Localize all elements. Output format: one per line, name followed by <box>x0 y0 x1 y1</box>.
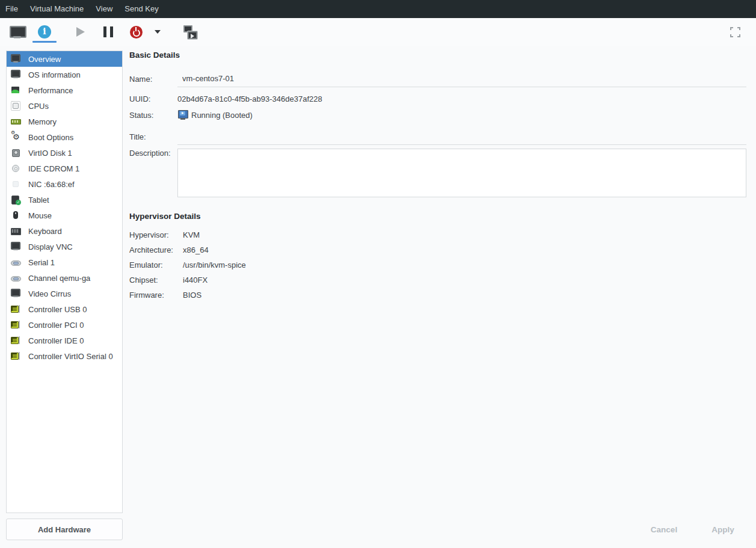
sidebar-item-label: Boot Options <box>28 133 73 142</box>
sidebar-item-nic[interactable]: NIC :6a:68:ef <box>7 176 122 192</box>
sidebar-item-serial-1[interactable]: Serial 1 <box>7 254 122 270</box>
sidebar-item-label: Keyboard <box>28 227 62 236</box>
sidebar-item-video-cirrus[interactable]: Video Cirrus <box>7 286 122 301</box>
uuid-value: 02b4d67a-81c0-4f5b-ab93-346de37af228 <box>177 94 322 103</box>
chipset-label: Chipset: <box>129 276 183 285</box>
monitor-icon <box>11 289 20 298</box>
sidebar-item-label: Display VNC <box>28 242 73 251</box>
memory-ram-icon <box>11 117 20 126</box>
details-info-icon <box>38 25 51 38</box>
sidebar-item-boot-options[interactable]: Boot Options <box>7 129 122 145</box>
menu-file[interactable]: File <box>0 0 24 18</box>
architecture-value: x86_64 <box>183 245 209 254</box>
sidebar-item-display-vnc[interactable]: Display VNC <box>7 239 122 254</box>
vm-title-input[interactable] <box>177 128 746 145</box>
sidebar-item-label: Controller VirtIO Serial 0 <box>28 352 113 361</box>
sidebar-item-label: Memory <box>28 117 57 126</box>
menu-view[interactable]: View <box>90 0 118 18</box>
sidebar-item-label: Video Cirrus <box>28 289 71 298</box>
sidebar-item-label: Serial 1 <box>28 258 55 267</box>
sidebar-item-label: OS information <box>28 70 81 79</box>
sidebar-item-label: Channel qemu-ga <box>28 274 90 283</box>
sidebar-item-cpus[interactable]: CPUs <box>7 98 122 114</box>
shutdown-menu-button[interactable] <box>150 20 165 44</box>
sidebar-item-label: IDE CDROM 1 <box>28 164 79 173</box>
toolbar <box>0 18 756 46</box>
sidebar-item-virtio-disk-1[interactable]: VirtIO Disk 1 <box>7 145 122 161</box>
sidebar-item-label: VirtIO Disk 1 <box>28 149 72 158</box>
emulator-value: /usr/bin/kvm-spice <box>183 260 246 269</box>
vm-name-input[interactable] <box>177 70 746 87</box>
network-icon <box>11 179 20 189</box>
fullscreen-icon <box>730 27 740 37</box>
cpu-chip-icon <box>11 101 20 111</box>
sidebar-item-label: Tablet <box>28 195 49 205</box>
hypervisor-details-title: Hypervisor Details <box>129 212 746 221</box>
architecture-row: Architecture: x86_64 <box>129 242 746 257</box>
sidebar-item-controller-virtio-serial-0[interactable]: Controller VirtIO Serial 0 <box>7 348 122 364</box>
snapshots-icon <box>182 25 198 39</box>
console-monitor-icon <box>9 25 25 39</box>
details-pane: Basic Details Name: UUID: 02b4d67a-81c0-… <box>129 51 746 303</box>
monitor-icon <box>11 70 20 79</box>
sidebar-item-label: Overview <box>28 55 61 64</box>
monitor-icon <box>11 54 20 64</box>
basic-details-title: Basic Details <box>129 51 746 60</box>
sidebar-item-controller-pci-0[interactable]: Controller PCI 0 <box>7 317 122 333</box>
footer-actions: Cancel Apply <box>640 519 747 540</box>
fullscreen-button[interactable] <box>721 20 749 44</box>
sidebar-item-tablet[interactable]: Tablet <box>7 192 122 208</box>
status-value: Running (Booted) <box>191 111 253 120</box>
pause-icon <box>103 26 113 37</box>
sidebar-item-performance[interactable]: Performance <box>7 82 122 98</box>
performance-chart-icon <box>11 85 20 95</box>
hardware-list: Overview OS information Performance CPUs… <box>6 51 123 513</box>
name-label: Name: <box>129 75 177 84</box>
vm-running-icon <box>177 110 189 120</box>
menubar: File Virtual Machine View Send Key <box>0 0 756 18</box>
emulator-row: Emulator: /usr/bin/kvm-spice <box>129 257 746 272</box>
shutdown-button[interactable] <box>122 20 150 44</box>
menu-virtual-machine[interactable]: Virtual Machine <box>24 0 90 18</box>
hard-disk-icon <box>11 148 20 158</box>
apply-button[interactable]: Apply <box>699 519 747 540</box>
serial-port-icon <box>11 273 20 283</box>
sidebar-item-mouse[interactable]: Mouse <box>7 208 122 223</box>
description-textarea[interactable] <box>177 149 746 197</box>
tablet-icon <box>11 195 20 205</box>
pause-button[interactable] <box>94 20 122 44</box>
monitor-icon <box>11 242 20 251</box>
sidebar-item-overview[interactable]: Overview <box>7 51 122 67</box>
sidebar-item-keyboard[interactable]: Keyboard <box>7 223 122 239</box>
description-label: Description: <box>129 149 177 158</box>
sidebar-item-label: Controller PCI 0 <box>28 321 84 330</box>
sidebar-item-ide-cdrom-1[interactable]: IDE CDROM 1 <box>7 161 122 176</box>
sidebar-item-label: NIC :6a:68:ef <box>28 180 75 189</box>
firmware-label: Firmware: <box>129 291 183 300</box>
menu-send-key[interactable]: Send Key <box>118 0 164 18</box>
hypervisor-label: Hypervisor: <box>129 230 183 239</box>
emulator-label: Emulator: <box>129 260 183 269</box>
snapshot-front-monitor <box>188 31 197 39</box>
add-hardware-button[interactable]: Add Hardware <box>6 519 123 540</box>
sidebar-item-label: Mouse <box>28 211 52 220</box>
snapshots-button[interactable] <box>176 20 204 44</box>
sidebar-item-controller-usb-0[interactable]: Controller USB 0 <box>7 301 122 317</box>
firmware-row: Firmware: BIOS <box>129 288 746 303</box>
pci-card-icon <box>11 351 20 361</box>
sidebar-item-label: Controller IDE 0 <box>28 336 84 345</box>
sidebar-item-os-information[interactable]: OS information <box>7 67 122 82</box>
sidebar-item-memory[interactable]: Memory <box>7 114 122 129</box>
show-console-button[interactable] <box>3 20 31 44</box>
sidebar-item-controller-ide-0[interactable]: Controller IDE 0 <box>7 333 122 348</box>
pci-card-icon <box>11 320 20 330</box>
run-button[interactable] <box>67 20 94 44</box>
show-details-button[interactable] <box>31 20 58 44</box>
sidebar-item-label: CPUs <box>28 102 49 111</box>
sidebar-item-label: Controller USB 0 <box>28 305 87 314</box>
sidebar-item-channel-qemu-ga[interactable]: Channel qemu-ga <box>7 270 122 286</box>
firmware-value: BIOS <box>183 291 201 300</box>
sidebar-item-label: Performance <box>28 86 73 95</box>
pci-card-icon <box>11 304 20 314</box>
cancel-button[interactable]: Cancel <box>640 519 688 540</box>
